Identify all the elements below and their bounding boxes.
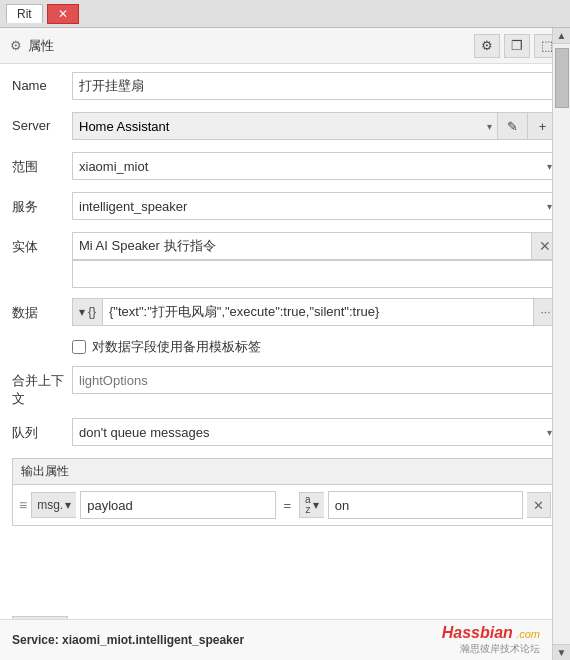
checkbox-row: 对数据字段使用备用模板标签 [12, 338, 558, 356]
entity-input[interactable] [72, 232, 532, 260]
name-label: Name [12, 72, 72, 93]
entity-row: 实体 ✕ [12, 232, 558, 288]
context-row: 合并上下文 [12, 366, 558, 408]
queue-select-wrap: don't queue messages ▾ [72, 418, 558, 446]
hassbian-com-text: .com [516, 628, 540, 640]
service-control: intelligent_speaker ▾ [72, 192, 558, 220]
output-val-type-label: az [305, 495, 311, 515]
service-info: Service: xiaomi_miot.intelligent_speaker… [0, 619, 552, 660]
main-container: ⚙ 属性 ⚙ ❐ ⬚ Name Server [0, 28, 570, 660]
checkbox-label: 对数据字段使用备用模板标签 [92, 338, 261, 356]
data-type-btn[interactable]: ▾ {} [72, 298, 102, 326]
queue-select[interactable]: don't queue messages [72, 418, 558, 446]
name-row: Name [12, 72, 558, 102]
top-bar: Rit ✕ [0, 0, 570, 28]
gear-icon: ⚙ [10, 38, 22, 53]
entity-input-row: ✕ [72, 232, 558, 260]
data-dropdown-arrow: ▾ [79, 305, 85, 319]
server-row: Server Home Assistant ▾ ✎ + [12, 112, 558, 142]
copy-icon-btn[interactable]: ❐ [504, 34, 530, 58]
scroll-thumb[interactable] [555, 48, 569, 108]
hassbian-badge: Hassbian .com 瀚思彼岸技术论坛 [442, 624, 540, 656]
scope-select[interactable]: xiaomi_miot [72, 152, 558, 180]
name-control [72, 72, 558, 100]
server-control: Home Assistant ▾ ✎ + [72, 112, 558, 140]
output-eq-label: = [280, 498, 296, 513]
properties-header: ⚙ 属性 ⚙ ❐ ⬚ [0, 28, 570, 64]
output-row-0: ≡ msg. ▾ = az ▾ ✕ [13, 485, 557, 525]
output-name-input[interactable] [80, 491, 275, 519]
entity-label: 实体 [12, 232, 72, 256]
queue-label: 队列 [12, 418, 72, 442]
scroll-up-btn[interactable]: ▲ [553, 28, 570, 44]
service-row: 服务 intelligent_speaker ▾ [12, 192, 558, 222]
name-input[interactable] [72, 72, 558, 100]
scope-control: xiaomi_miot ▾ [72, 152, 558, 180]
service-select[interactable]: intelligent_speaker [72, 192, 558, 220]
service-label: 服务 [12, 192, 72, 216]
header-icons: ⚙ ❐ ⬚ [474, 34, 560, 58]
data-label: 数据 [12, 298, 72, 322]
content-area: ⚙ 属性 ⚙ ❐ ⬚ Name Server [0, 28, 570, 660]
output-name-type-label: msg. [37, 498, 63, 512]
server-edit-btn[interactable]: ✎ [498, 112, 528, 140]
server-select-wrap: Home Assistant ▾ [72, 112, 498, 140]
data-input[interactable] [102, 298, 534, 326]
entity-wrap: ✕ [72, 232, 558, 288]
output-val-type-btn[interactable]: az ▾ [299, 492, 324, 518]
context-control [72, 366, 558, 394]
scope-label: 范围 [12, 152, 72, 176]
queue-control: don't queue messages ▾ [72, 418, 558, 446]
template-checkbox[interactable] [72, 340, 86, 354]
queue-row: 队列 don't queue messages ▾ [12, 418, 558, 448]
data-input-row: ▾ {} ··· [72, 298, 558, 326]
entity-control: ✕ [72, 232, 558, 288]
output-name-type-arrow: ▾ [65, 498, 71, 512]
server-select[interactable]: Home Assistant [72, 112, 498, 140]
hassbian-logo-text: Hassbian [442, 624, 513, 641]
output-delete-btn[interactable]: ✕ [527, 492, 551, 518]
scroll-down-btn[interactable]: ▼ [553, 644, 570, 660]
close-tab-btn[interactable]: ✕ [47, 4, 79, 24]
data-type-label: {} [88, 305, 96, 319]
scrollbar: ▲ ▼ [552, 28, 570, 660]
service-text: Service: xiaomi_miot.intelligent_speaker [12, 633, 244, 647]
service-select-wrap: intelligent_speaker ▾ [72, 192, 558, 220]
settings-icon-btn[interactable]: ⚙ [474, 34, 500, 58]
output-section-header: 输出属性 [13, 459, 557, 485]
context-input[interactable] [72, 366, 558, 394]
output-section: 输出属性 ≡ msg. ▾ = az ▾ ✕ [12, 458, 558, 526]
output-name-type-btn[interactable]: msg. ▾ [31, 492, 76, 518]
scope-row: 范围 xiaomi_miot ▾ [12, 152, 558, 182]
output-val-type-arrow: ▾ [313, 498, 319, 512]
tab-rit[interactable]: Rit [6, 4, 43, 23]
drag-handle-icon[interactable]: ≡ [19, 497, 27, 513]
hassbian-subtitle: 瀚思彼岸技术论坛 [442, 642, 540, 656]
scope-select-wrap: xiaomi_miot ▾ [72, 152, 558, 180]
data-control: ▾ {} ··· [72, 298, 558, 326]
context-label: 合并上下文 [12, 366, 72, 408]
server-label: Server [12, 112, 72, 133]
data-row: 数据 ▾ {} ··· [12, 298, 558, 328]
properties-title: ⚙ 属性 [10, 37, 54, 55]
output-val-input[interactable] [328, 491, 523, 519]
form-area: Name Server Home Assistant ▾ [0, 64, 570, 610]
properties-label: 属性 [28, 37, 54, 55]
server-input-row: Home Assistant ▾ ✎ + [72, 112, 558, 140]
entity-sub-input[interactable] [72, 260, 558, 288]
